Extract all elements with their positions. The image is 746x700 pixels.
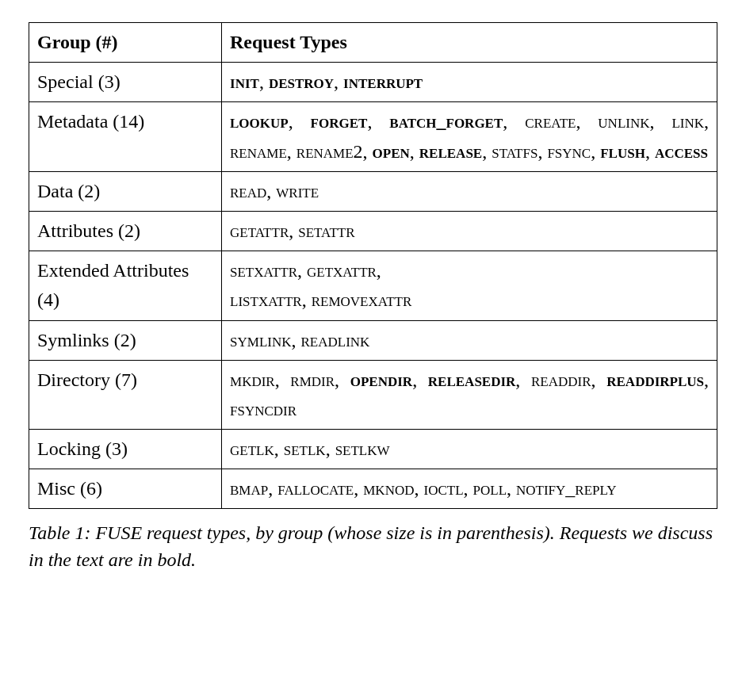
table-row: Special (3)init, destroy, interrupt bbox=[29, 63, 717, 102]
table-row: Metadata (14)lookup, forget, batch_forge… bbox=[29, 102, 717, 171]
group-cell: Locking (3) bbox=[29, 430, 222, 469]
table-row: Attributes (2)getattr, setattr bbox=[29, 211, 717, 251]
types-cell: getattr, setattr bbox=[222, 211, 717, 251]
table-row: Symlinks (2)symlink, readlink bbox=[29, 320, 717, 360]
table-caption: Table 1: FUSE request types, by group (w… bbox=[29, 520, 717, 573]
types-cell: read, write bbox=[222, 171, 717, 211]
group-cell: Special (3) bbox=[29, 63, 222, 102]
table-row: Locking (3)getlk, setlk, setlkw bbox=[29, 430, 717, 469]
table-row: Directory (7)mkdir, rmdir, opendir, rele… bbox=[29, 360, 717, 429]
table-row: Misc (6)bmap, fallocate, mknod, ioctl, p… bbox=[29, 469, 717, 509]
header-group: Group (#) bbox=[29, 23, 222, 63]
group-cell: Directory (7) bbox=[29, 360, 222, 429]
table-row: Extended Attributes (4)setxattr, getxatt… bbox=[29, 251, 717, 320]
fuse-request-types-table: Group (#) Request Types Special (3)init,… bbox=[29, 22, 717, 509]
types-cell: getlk, setlk, setlkw bbox=[222, 430, 717, 469]
types-cell: mkdir, rmdir, opendir, releasedir, readd… bbox=[222, 360, 717, 429]
types-cell: lookup, forget, batch_forget, create, un… bbox=[222, 102, 717, 171]
group-cell: Attributes (2) bbox=[29, 211, 222, 251]
group-cell: Data (2) bbox=[29, 171, 222, 211]
table-row: Data (2)read, write bbox=[29, 171, 717, 211]
group-cell: Metadata (14) bbox=[29, 102, 222, 171]
types-cell: init, destroy, interrupt bbox=[222, 63, 717, 102]
header-types: Request Types bbox=[222, 23, 717, 63]
table-header-row: Group (#) Request Types bbox=[29, 23, 717, 63]
types-cell: bmap, fallocate, mknod, ioctl, poll, not… bbox=[222, 469, 717, 509]
group-cell: Symlinks (2) bbox=[29, 320, 222, 360]
group-cell: Extended Attributes (4) bbox=[29, 251, 222, 320]
table-body: Special (3)init, destroy, interruptMetad… bbox=[29, 63, 717, 509]
types-cell: setxattr, getxattr, listxattr, removexat… bbox=[222, 251, 717, 320]
types-cell: symlink, readlink bbox=[222, 320, 717, 360]
group-cell: Misc (6) bbox=[29, 469, 222, 509]
